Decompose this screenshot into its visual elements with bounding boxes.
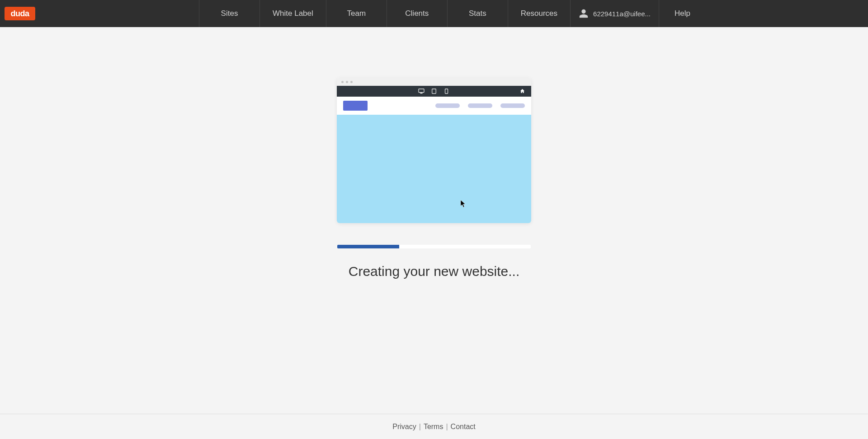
status-text: Creating your new website... bbox=[337, 264, 531, 279]
footer-privacy-link[interactable]: Privacy bbox=[392, 423, 416, 431]
preview-titlebar bbox=[337, 78, 531, 86]
window-dot-icon bbox=[350, 81, 353, 83]
nav-items: Sites White Label Team Clients Stats Res… bbox=[199, 0, 571, 27]
nav-sites[interactable]: Sites bbox=[199, 0, 259, 27]
window-dot-icon bbox=[346, 81, 348, 83]
window-dot-icon bbox=[341, 81, 344, 83]
footer-contact-link[interactable]: Contact bbox=[451, 423, 476, 431]
preview-body bbox=[337, 115, 531, 223]
tablet-icon bbox=[431, 89, 437, 94]
menu-link-placeholder bbox=[468, 103, 492, 108]
mobile-icon bbox=[443, 89, 450, 94]
progress-bar bbox=[337, 245, 531, 248]
menu-logo-placeholder bbox=[343, 101, 368, 111]
nav-resources[interactable]: Resources bbox=[508, 0, 571, 27]
svg-rect-2 bbox=[432, 89, 436, 93]
preview-toolbar bbox=[337, 86, 531, 97]
home-icon-wrapper bbox=[520, 87, 525, 95]
svg-rect-3 bbox=[445, 89, 448, 93]
user-menu[interactable]: 6229411a@uifee... bbox=[571, 0, 659, 27]
menu-link-placeholder bbox=[435, 103, 460, 108]
separator: | bbox=[446, 423, 448, 431]
nav-white-label[interactable]: White Label bbox=[259, 0, 326, 27]
desktop-icon bbox=[418, 89, 425, 94]
logo-container: duda bbox=[0, 7, 199, 20]
separator: | bbox=[419, 423, 421, 431]
svg-rect-0 bbox=[419, 89, 424, 93]
nav-clients[interactable]: Clients bbox=[387, 0, 447, 27]
nav-stats[interactable]: Stats bbox=[447, 0, 508, 27]
user-icon bbox=[579, 9, 589, 19]
footer: Privacy | Terms | Contact bbox=[0, 414, 868, 439]
nav-team[interactable]: Team bbox=[326, 0, 387, 27]
user-email: 6229411a@uifee... bbox=[593, 10, 651, 18]
home-icon bbox=[520, 89, 525, 93]
svg-rect-1 bbox=[420, 93, 422, 93]
progress-section: Creating your new website... bbox=[337, 245, 531, 279]
main-content: Creating your new website... bbox=[0, 27, 868, 414]
top-nav: duda Sites White Label Team Clients Stat… bbox=[0, 0, 868, 27]
preview-window bbox=[337, 78, 531, 223]
menu-link-placeholder bbox=[500, 103, 525, 108]
progress-bar-fill bbox=[337, 245, 399, 248]
menu-links bbox=[435, 103, 525, 108]
preview-menu bbox=[337, 97, 531, 115]
footer-terms-link[interactable]: Terms bbox=[424, 423, 443, 431]
duda-logo[interactable]: duda bbox=[5, 7, 35, 20]
nav-help[interactable]: Help bbox=[659, 0, 706, 27]
